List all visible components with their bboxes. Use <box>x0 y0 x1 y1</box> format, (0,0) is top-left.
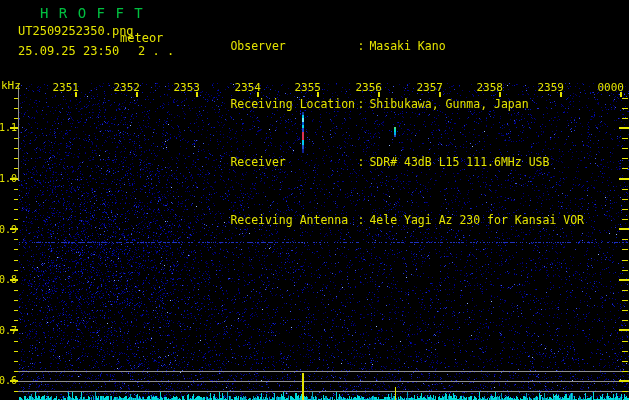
hrofft-window: H R O F F T UT2509252350.png meteor 25.0… <box>0 0 629 400</box>
spectrogram-canvas <box>0 0 629 400</box>
